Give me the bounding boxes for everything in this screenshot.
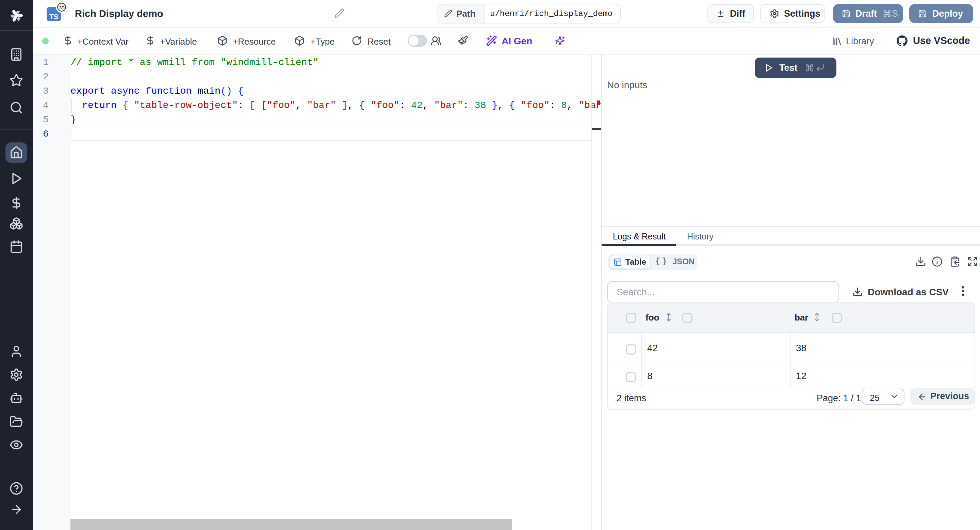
svg-text:TS: TS: [49, 13, 59, 21]
